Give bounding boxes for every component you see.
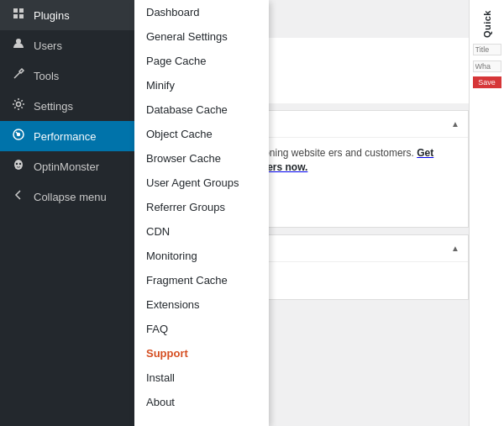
dropdown-item-about[interactable]: About (134, 390, 269, 414)
sidebar-item-label: Tools (34, 70, 59, 82)
dropdown-item-fragment-cache[interactable]: Fragment Cache (134, 268, 269, 292)
svg-point-10 (19, 163, 21, 165)
svg-point-9 (16, 163, 18, 165)
chevron-up-icon[interactable]: ▲ (451, 119, 459, 129)
sidebar-item-optinmonster[interactable]: OptinMonster (0, 151, 134, 181)
svg-rect-2 (13, 14, 18, 18)
dropdown-item-dashboard[interactable]: Dashboard (134, 0, 269, 24)
sidebar-item-users[interactable]: Users (0, 30, 134, 60)
tools-icon (10, 67, 27, 84)
optinmonster-icon (10, 158, 27, 175)
sidebar-item-plugins[interactable]: Plugins (0, 0, 134, 30)
svg-point-8 (14, 160, 23, 170)
sidebar-item-label: Settings (34, 100, 73, 113)
sidebar-item-label: OptinMonster (34, 160, 99, 173)
quick-draft-what-input[interactable] (473, 60, 501, 72)
performance-dropdown-menu: Dashboard General Settings Page Cache Mi… (134, 0, 269, 426)
dropdown-item-referrer-groups[interactable]: Referrer Groups (134, 195, 269, 219)
dropdown-item-user-agent-groups[interactable]: User Agent Groups (134, 171, 269, 195)
dropdown-item-browser-cache[interactable]: Browser Cache (134, 146, 269, 171)
dropdown-item-extensions[interactable]: Extensions (134, 292, 269, 317)
dropdown-item-faq[interactable]: FAQ (134, 317, 269, 341)
sidebar-item-performance[interactable]: Performance (0, 121, 134, 151)
dropdown-item-object-cache[interactable]: Object Cache (134, 122, 269, 146)
sidebar-item-label: Users (34, 39, 62, 52)
sidebar-item-label: Performance (34, 130, 96, 143)
quick-draft-title: Quick (482, 7, 492, 41)
word-chevron-up-icon[interactable]: ▲ (451, 244, 459, 253)
quick-draft-title-input[interactable] (473, 44, 501, 55)
svg-rect-0 (13, 8, 18, 13)
dropdown-item-cdn[interactable]: CDN (134, 219, 269, 244)
plugins-icon (10, 7, 27, 24)
settings-icon (10, 97, 27, 114)
svg-point-7 (18, 134, 20, 136)
sidebar-item-label: Collapse menu (34, 191, 107, 203)
sidebar-item-settings[interactable]: Settings (0, 91, 134, 121)
dropdown-item-general-settings[interactable]: General Settings (134, 24, 269, 49)
collapse-icon (10, 188, 27, 205)
users-icon (10, 37, 27, 54)
dropdown-item-page-cache[interactable]: Page Cache (134, 49, 269, 73)
quick-draft-save-button[interactable]: Save (473, 76, 501, 88)
sidebar-item-collapse[interactable]: Collapse menu (0, 181, 134, 212)
svg-rect-3 (19, 14, 24, 18)
dropdown-item-install[interactable]: Install (134, 366, 269, 390)
dropdown-item-minify[interactable]: Minify (134, 73, 269, 97)
svg-point-5 (17, 103, 21, 107)
dropdown-item-monitoring[interactable]: Monitoring (134, 244, 269, 268)
sidebar-item-tools[interactable]: Tools (0, 60, 134, 91)
dropdown-item-database-cache[interactable]: Database Cache (134, 97, 269, 122)
sidebar-item-label: Plugins (34, 9, 70, 22)
quick-draft-panel: Quick Save (469, 0, 504, 426)
sidebar: Plugins Users Tools Settings Performance (0, 0, 134, 426)
svg-rect-1 (19, 8, 24, 13)
dropdown-item-support[interactable]: Support (134, 341, 269, 366)
performance-icon (10, 128, 27, 145)
